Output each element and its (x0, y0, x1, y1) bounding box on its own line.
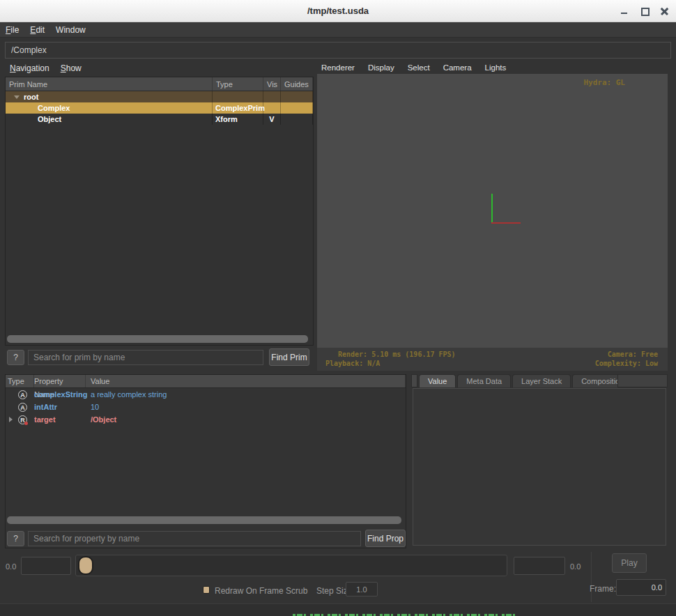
property-name: target (34, 415, 86, 424)
hud-playback: Playback: N/A (325, 360, 380, 367)
hud-camera: Camera: Free (608, 351, 658, 358)
relationship-icon: R (18, 415, 27, 424)
property-name: complexString (34, 390, 86, 399)
tree-menu-bar: Navigation Show (5, 61, 314, 75)
frame-input[interactable] (616, 579, 666, 596)
hydra-renderer-label: Hydra: GL (583, 78, 625, 87)
prim-vis[interactable] (263, 91, 281, 102)
x-axis-line (491, 222, 521, 224)
attribute-icon: A (18, 403, 27, 412)
menu-window[interactable]: Window (56, 25, 86, 35)
expander-down-icon[interactable] (14, 95, 20, 99)
tab-meta-data[interactable]: Meta Data (457, 374, 511, 387)
frame-slider[interactable] (75, 555, 507, 576)
prim-type (213, 91, 263, 102)
minimize-icon[interactable] (620, 7, 629, 15)
timeline-separator (591, 552, 592, 602)
prim-tree-header: Prim Name Type Vis Guides (6, 77, 313, 91)
prim-tree: Prim Name Type Vis Guides root Complex C… (5, 77, 314, 346)
menu-navigation[interactable]: Navigation (10, 63, 49, 73)
prim-name: Object (38, 115, 61, 123)
menu-renderer[interactable]: Renderer (321, 63, 355, 72)
property-search-input[interactable] (28, 531, 361, 546)
property-table-hscrollbar[interactable] (7, 516, 401, 524)
prim-type: Xform (213, 114, 263, 125)
property-row-intattr[interactable]: A intAttr 10 (6, 401, 406, 413)
property-value: 10 (86, 403, 406, 411)
status-bar (0, 603, 676, 616)
viewport-hud: Render: 5.10 ms (196.17 FPS) Playback: N… (317, 348, 668, 371)
column-type: Type (213, 77, 263, 91)
column-vis: Vis (263, 77, 281, 91)
property-name: intAttr (34, 403, 86, 411)
hud-complexity: Complexity: Low (595, 360, 658, 367)
range-start-label: 0.0 (6, 562, 16, 571)
menu-file[interactable]: File (6, 25, 19, 35)
tab-value[interactable]: Value (419, 374, 456, 387)
prim-search-help-button[interactable]: ? (7, 350, 24, 365)
title-bar: /tmp/test.usda (0, 0, 676, 22)
tree-row-complex[interactable]: Complex ComplexPrim (6, 102, 313, 114)
tree-row-root[interactable]: root (6, 91, 313, 102)
window-title: /tmp/test.usda (0, 0, 676, 22)
hud-render-stats: Render: 5.10 ms (196.17 FPS) (338, 351, 456, 358)
prim-name: root (24, 93, 38, 101)
step-size-input[interactable] (346, 582, 378, 596)
usdview-window: /tmp/test.usda File Edit Window Navigati… (0, 0, 676, 616)
column-type: Type (6, 375, 34, 387)
inspector-tab-bar: Value Meta Data Layer Stack Composition (419, 374, 633, 387)
prim-guides (281, 114, 313, 125)
tab-bar-corner (411, 374, 417, 387)
inspector-content (413, 388, 666, 546)
menu-display[interactable]: Display (368, 63, 394, 72)
prim-guides (281, 102, 313, 114)
prim-type: ComplexPrim (213, 102, 263, 114)
prim-search-input[interactable] (28, 350, 263, 365)
menu-camera[interactable]: Camera (443, 63, 472, 72)
maximize-icon[interactable] (640, 7, 649, 15)
prim-tree-hscrollbar[interactable] (7, 335, 308, 343)
range-start-input[interactable] (21, 557, 71, 575)
attribute-icon: A (18, 390, 27, 399)
prim-vis[interactable]: V (263, 114, 281, 125)
viewport-canvas[interactable]: Hydra: GL (317, 74, 668, 348)
range-end-label: 0.0 (570, 562, 581, 571)
property-row-target[interactable]: R target /Object (6, 413, 406, 426)
property-table-header: Type Property Name Value (6, 375, 406, 388)
tab-layer-stack[interactable]: Layer Stack (512, 374, 571, 387)
play-button[interactable]: Play (612, 553, 647, 573)
close-icon[interactable] (661, 7, 669, 15)
frame-slider-handle[interactable] (78, 556, 93, 575)
column-prim-name: Prim Name (6, 77, 213, 91)
tab-bar-filler (617, 374, 668, 387)
find-prim-button[interactable]: Find Prim (269, 348, 309, 366)
column-property-name: Property Name (34, 375, 86, 387)
prim-path-input[interactable] (5, 42, 671, 59)
frame-label: Frame: (590, 584, 616, 594)
expander-right-icon[interactable] (9, 417, 13, 422)
property-row-complexstring[interactable]: A complexString a really complex string (6, 388, 406, 401)
find-prop-button[interactable]: Find Prop (365, 530, 406, 547)
menu-show[interactable]: Show (61, 63, 82, 73)
menu-select[interactable]: Select (408, 63, 430, 72)
range-end-input[interactable] (514, 557, 565, 575)
menu-edit[interactable]: Edit (30, 25, 45, 35)
redraw-checkbox[interactable] (203, 586, 210, 594)
viewport-menu-bar: Renderer Display Select Camera Lights (317, 61, 668, 74)
redraw-label: Redraw On Frame Scrub (215, 586, 307, 596)
menu-lights[interactable]: Lights (485, 63, 507, 72)
column-value: Value (86, 375, 406, 387)
property-search-help-button[interactable]: ? (7, 531, 24, 546)
property-value: a really complex string (86, 390, 406, 399)
tree-row-object[interactable]: Object Xform V (6, 114, 313, 125)
prim-guides (281, 91, 313, 102)
prim-vis[interactable] (263, 102, 281, 114)
menu-bar: File Edit Window (0, 23, 676, 38)
y-axis-line (491, 194, 493, 223)
column-guides: Guides (281, 77, 313, 91)
prim-name: Complex (38, 104, 70, 112)
property-value: /Object (86, 415, 406, 424)
